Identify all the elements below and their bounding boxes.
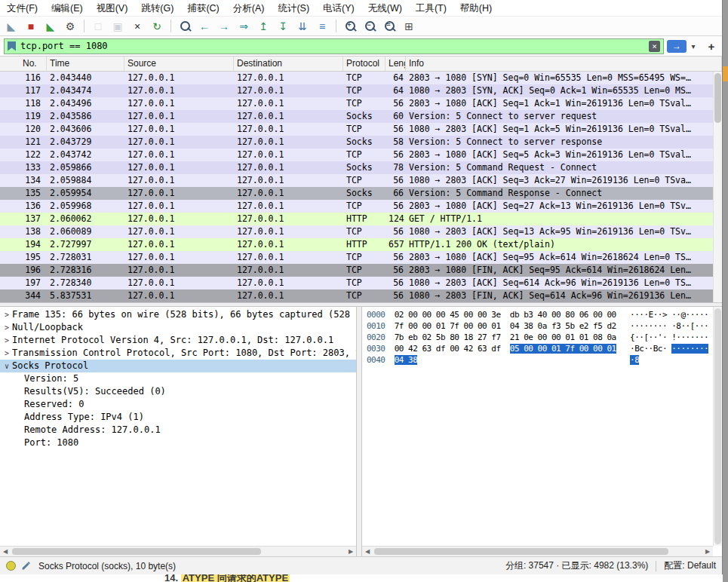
auto-scroll-button[interactable]: ⇊: [293, 17, 312, 35]
zoom-100-button[interactable]: =: [379, 17, 399, 35]
menu-capture[interactable]: 捕获(C): [180, 0, 226, 17]
pane-splitter-vertical[interactable]: [356, 307, 362, 556]
hex-vscrollbar-thumb[interactable]: [714, 308, 721, 544]
packet-row[interactable]: 1352.059954127.0.0.1127.0.0.1Socks66Vers…: [0, 187, 722, 200]
zoom-out-button[interactable]: −: [360, 17, 379, 35]
save-file-button[interactable]: ▣: [108, 17, 127, 35]
detail-line[interactable]: Port: 1080: [0, 436, 356, 449]
hex-row[interactable]: 0030 00 42 63 df 00 42 63 df 05 00 00 01…: [367, 343, 712, 354]
detail-line[interactable]: Version: 5: [0, 372, 356, 385]
scroll-left-icon[interactable]: ◀: [362, 548, 373, 555]
display-filter-input[interactable]: tcp.port == 1080 ×: [4, 38, 664, 54]
filter-apply-button[interactable]: →: [667, 40, 687, 53]
menu-tools[interactable]: 工具(T): [409, 0, 453, 17]
capture-stop-button[interactable]: ■: [21, 17, 41, 35]
column-header-src[interactable]: Source: [124, 57, 234, 71]
packet-row[interactable]: 3445.837531127.0.0.1127.0.0.1TCP561080 →…: [0, 289, 722, 302]
expert-info-icon[interactable]: [6, 561, 16, 571]
go-back-button[interactable]: ←: [195, 17, 214, 35]
packet-row[interactable]: 1942.727997127.0.0.1127.0.0.1HTTP657HTTP…: [0, 238, 722, 251]
packet-row[interactable]: 1192.043586127.0.0.1127.0.0.1Socks60Vers…: [0, 110, 722, 123]
capture-start-button[interactable]: ◣: [2, 17, 21, 35]
scroll-right-icon[interactable]: ▶: [702, 548, 713, 555]
detail-line[interactable]: >Null/Loopback: [0, 321, 356, 334]
menu-telephony[interactable]: 电话(Y): [316, 0, 361, 17]
menu-wireless[interactable]: 无线(W): [361, 0, 409, 17]
filter-add-button[interactable]: +: [705, 40, 718, 53]
hex-vscrollbar[interactable]: [713, 307, 722, 546]
expander-icon[interactable]: >: [2, 347, 12, 360]
packet-row[interactable]: 1962.728316127.0.0.1127.0.0.1TCP562803 →…: [0, 264, 722, 277]
hex-hscrollbar-thumb[interactable]: [374, 548, 668, 555]
open-file-button[interactable]: □: [88, 17, 108, 35]
menu-help[interactable]: 帮助(H): [453, 0, 499, 17]
packet-row[interactable]: 1952.728031127.0.0.1127.0.0.1TCP562803 →…: [0, 251, 722, 264]
background-scrollbar-thumb[interactable]: [723, 66, 728, 81]
packet-list-scrollbar[interactable]: [713, 72, 722, 302]
menu-edit[interactable]: 编辑(E): [45, 0, 90, 17]
packet-row[interactable]: 1332.059866127.0.0.1127.0.0.1Socks78Vers…: [0, 161, 722, 174]
column-header-time[interactable]: Time: [47, 57, 124, 71]
details-hscrollbar[interactable]: ◀ ▶: [0, 546, 356, 556]
menu-file[interactable]: 文件(F): [0, 0, 45, 17]
packet-row[interactable]: 1342.059884127.0.0.1127.0.0.1TCP561080 →…: [0, 174, 722, 187]
hex-hscrollbar[interactable]: ◀ ▶: [362, 546, 713, 556]
status-profile[interactable]: 配置: Default: [664, 559, 716, 572]
packet-row[interactable]: 1202.043606127.0.0.1127.0.0.1TCP561080 →…: [0, 123, 722, 136]
packet-row[interactable]: 1162.043440127.0.0.1127.0.0.1TCP642803 →…: [0, 72, 722, 84]
menu-statistics[interactable]: 统计(S): [271, 0, 316, 17]
packet-row[interactable]: 1362.059968127.0.0.1127.0.0.1TCP562803 →…: [0, 200, 722, 213]
expander-icon[interactable]: >: [2, 308, 12, 321]
scroll-right-icon[interactable]: ▶: [346, 548, 356, 555]
go-first-button[interactable]: ↥: [253, 17, 273, 35]
go-forward-button[interactable]: →: [214, 17, 234, 35]
column-header-proto[interactable]: Protocol: [343, 57, 386, 71]
colorize-button[interactable]: ≡: [312, 17, 332, 35]
go-to-packet-button[interactable]: ⇒: [234, 17, 253, 35]
packet-row[interactable]: 1212.043729127.0.0.1127.0.0.1Socks58Vers…: [0, 136, 722, 149]
expander-icon[interactable]: >: [2, 334, 12, 347]
close-file-button[interactable]: ×: [127, 17, 147, 35]
column-header-len[interactable]: Length: [386, 57, 406, 71]
detail-line[interactable]: Reserved: 0: [0, 398, 356, 411]
expander-icon[interactable]: ∨: [2, 360, 12, 372]
packet-row[interactable]: 1172.043474127.0.0.1127.0.0.1TCP641080 →…: [0, 84, 722, 97]
menu-analyze[interactable]: 分析(A): [226, 0, 272, 17]
zoom-in-button[interactable]: +: [340, 17, 360, 35]
detail-line[interactable]: >Transmission Control Protocol, Src Port…: [0, 347, 356, 360]
menu-go[interactable]: 跳转(G): [134, 0, 180, 17]
packet-row[interactable]: 1382.060089127.0.0.1127.0.0.1TCP561080 →…: [0, 225, 722, 238]
detail-line[interactable]: >Frame 135: 66 bytes on wire (528 bits),…: [0, 308, 356, 321]
menu-view[interactable]: 视图(V): [90, 0, 135, 17]
packet-row[interactable]: 1182.043496127.0.0.1127.0.0.1TCP562803 →…: [0, 97, 722, 110]
detail-line[interactable]: Remote Address: 127.0.0.1: [0, 424, 356, 436]
go-last-button[interactable]: ↧: [273, 17, 293, 35]
filter-dropdown-button[interactable]: ▾: [688, 42, 699, 51]
packet-row[interactable]: 1222.043742127.0.0.1127.0.0.1TCP562803 →…: [0, 149, 722, 161]
column-header-dst[interactable]: Destination: [234, 57, 343, 71]
hex-row[interactable]: 0040 04 38 ·8: [367, 354, 712, 366]
reload-file-button[interactable]: ↻: [147, 17, 167, 35]
detail-line[interactable]: Results(V5): Succeeded (0): [0, 385, 356, 398]
detail-line[interactable]: ∨Socks Protocol: [0, 360, 356, 372]
hex-row[interactable]: 0000 02 00 00 00 45 00 00 3e db b3 40 00…: [367, 309, 712, 320]
packet-list-scrollbar-thumb[interactable]: [714, 73, 721, 123]
background-scrollbar[interactable]: [723, 0, 728, 582]
find-packet-button[interactable]: [175, 17, 195, 35]
packet-row[interactable]: 1972.728340127.0.0.1127.0.0.1TCP561080 →…: [0, 277, 722, 289]
column-header-no[interactable]: No.: [0, 57, 47, 71]
hex-row[interactable]: 0020 7b eb 02 5b 80 18 27 f7 21 0e 00 00…: [367, 332, 712, 343]
hex-row[interactable]: 0010 7f 00 00 01 7f 00 00 01 04 38 0a f3…: [367, 320, 712, 332]
details-hscrollbar-thumb[interactable]: [12, 548, 261, 555]
capture-restart-button[interactable]: ◣: [41, 17, 60, 35]
column-header-info[interactable]: Info: [406, 57, 722, 71]
resize-columns-button[interactable]: ⊞: [399, 17, 419, 35]
packet-row[interactable]: 1372.060062127.0.0.1127.0.0.1HTTP124GET …: [0, 213, 722, 225]
capture-options-button[interactable]: ⚙: [60, 17, 80, 35]
filter-bookmark-icon[interactable]: [8, 41, 16, 51]
detail-line[interactable]: >Internet Protocol Version 4, Src: 127.0…: [0, 334, 356, 347]
filter-clear-button[interactable]: ×: [649, 41, 660, 52]
expander-icon[interactable]: >: [2, 321, 12, 334]
scroll-left-icon[interactable]: ◀: [0, 548, 11, 555]
capture-comment-icon[interactable]: [21, 561, 31, 571]
